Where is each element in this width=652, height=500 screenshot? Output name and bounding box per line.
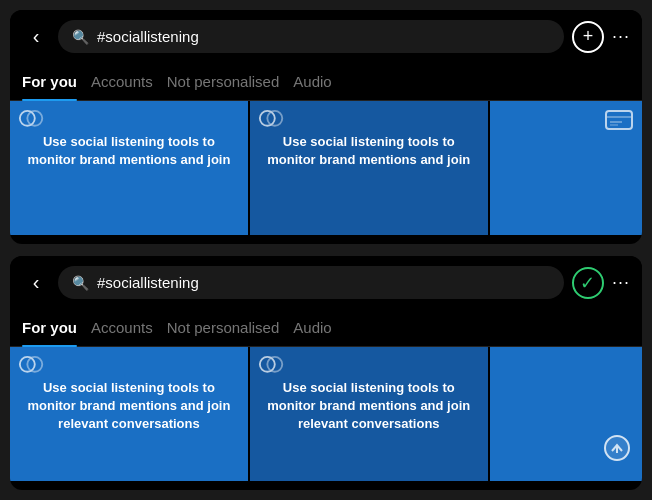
more-options-button-bottom[interactable]: ···: [612, 272, 630, 293]
tabs-top: For you Accounts Not personalised Audio: [10, 63, 642, 101]
content-area-top: Use social listening tools to monitor br…: [10, 101, 642, 235]
card-bottom-3: [490, 347, 642, 481]
tab-audio-bottom[interactable]: Audio: [293, 309, 345, 346]
search-bar-bottom[interactable]: 🔍 #sociallistening: [58, 266, 564, 299]
panel-bottom: ‹ 🔍 #sociallistening ✓ ··· For you Accou…: [10, 256, 642, 490]
check-icon: ✓: [580, 272, 595, 294]
tab-accounts-bottom[interactable]: Accounts: [91, 309, 167, 346]
search-query-bottom: #sociallistening: [97, 274, 199, 291]
card-top-2: Use social listening tools to monitor br…: [250, 101, 488, 235]
panel-top: ‹ 🔍 #sociallistening + ··· For you Accou…: [10, 10, 642, 244]
add-icon: +: [583, 26, 594, 47]
tab-audio-top[interactable]: Audio: [293, 63, 345, 100]
card-bottom-2: Use social listening tools to monitor br…: [250, 347, 488, 481]
card-text-top-2: Use social listening tools to monitor br…: [262, 133, 476, 169]
check-button[interactable]: ✓: [572, 267, 604, 299]
back-button[interactable]: ‹: [22, 21, 50, 52]
add-button[interactable]: +: [572, 21, 604, 53]
bottom-header: ‹ 🔍 #sociallistening ✓ ···: [10, 256, 642, 309]
card-text-bottom-2: Use social listening tools to monitor br…: [262, 379, 476, 434]
card-icon-1: [18, 109, 46, 141]
search-query-top: #sociallistening: [97, 28, 199, 45]
card-text-bottom-1: Use social listening tools to monitor br…: [22, 379, 236, 434]
card-top-1: Use social listening tools to monitor br…: [10, 101, 248, 235]
tab-not-personalised-top[interactable]: Not personalised: [167, 63, 294, 100]
card-text-top-1: Use social listening tools to monitor br…: [22, 133, 236, 169]
search-icon-bottom: 🔍: [72, 275, 89, 291]
card-bottom-1: Use social listening tools to monitor br…: [10, 347, 248, 481]
tabs-bottom: For you Accounts Not personalised Audio: [10, 309, 642, 347]
more-options-button-top[interactable]: ···: [612, 26, 630, 47]
tab-not-personalised-bottom[interactable]: Not personalised: [167, 309, 294, 346]
svg-rect-4: [606, 111, 632, 129]
back-button-bottom[interactable]: ‹: [22, 267, 50, 298]
search-bar-top[interactable]: 🔍 #sociallistening: [58, 20, 564, 53]
tab-accounts-top[interactable]: Accounts: [91, 63, 167, 100]
card-top-3: [490, 101, 642, 235]
search-icon: 🔍: [72, 29, 89, 45]
top-header: ‹ 🔍 #sociallistening + ···: [10, 10, 642, 63]
tab-for-you-bottom[interactable]: For you: [22, 309, 91, 346]
card-icon-bottom-2: [258, 355, 286, 387]
tab-for-you-top[interactable]: For you: [22, 63, 91, 100]
card-icon-2: [258, 109, 286, 141]
card-icon-bottom-1: [18, 355, 46, 387]
content-area-bottom: Use social listening tools to monitor br…: [10, 347, 642, 481]
